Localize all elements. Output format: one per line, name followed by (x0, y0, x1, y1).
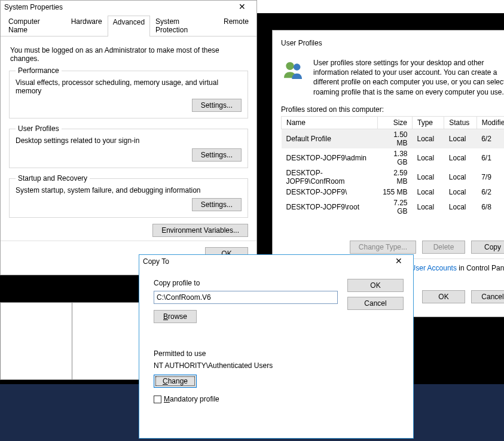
checkbox-icon (154, 396, 161, 403)
close-icon[interactable]: ✕ (230, 1, 254, 14)
permitted-label: Permitted to use (154, 349, 338, 358)
performance-legend: Performance (16, 66, 62, 75)
tab-advanced[interactable]: Advanced (108, 16, 150, 37)
cp-note-suffix: in Control Panel. (457, 264, 504, 272)
table-row[interactable]: DESKTOP-JOPF9\155 MBLocalLocal6/2 (282, 187, 505, 197)
cell-size: 7.25 GB (377, 197, 412, 217)
cell-name: DESKTOP-JOPF9\admin (282, 148, 378, 168)
copyto-cancel-button[interactable]: Cancel (347, 297, 404, 310)
profiles-table[interactable]: Name Size Type Status Modified Default P… (281, 116, 504, 217)
performance-settings-button[interactable]: Settings... (192, 99, 242, 112)
col-modified[interactable]: Modified (476, 116, 504, 129)
cell-size: 2.59 MB (377, 168, 412, 187)
cell-modified: 6/1 (476, 148, 504, 168)
copy-profile-label: Copy profile to (154, 279, 338, 287)
userprof-title: User Profiles (281, 39, 504, 47)
cell-size: 1.38 GB (377, 148, 412, 168)
col-status[interactable]: Status (444, 116, 476, 129)
svg-point-0 (286, 62, 294, 70)
tab-computer-name[interactable]: Computer Name (3, 15, 66, 36)
table-row[interactable]: DESKTOP-JOPF9\root7.25 GBLocalLocal6/8 (282, 197, 505, 217)
cell-type: Local (413, 168, 444, 187)
delete-button[interactable]: Delete (422, 241, 465, 254)
userprofiles-legend: User Profiles (16, 124, 62, 133)
sysprop-tabs: Computer Name Hardware Advanced System P… (1, 15, 256, 37)
user-accounts-link[interactable]: User Accounts (411, 264, 457, 272)
startup-group: Startup and Recovery System startup, sys… (9, 174, 248, 218)
close-icon[interactable]: ✕ (387, 255, 411, 268)
admin-note: You must be logged on as an Administrato… (10, 46, 248, 63)
tab-remote[interactable]: Remote (218, 15, 254, 36)
cell-name: DESKTOP-JOPF9\ConfRoom (282, 168, 378, 187)
userprof-cancel-button[interactable]: Cancel (471, 290, 504, 303)
userprofiles-settings-button[interactable]: Settings... (192, 148, 242, 162)
userprof-ok-button[interactable]: OK (422, 290, 465, 303)
browse-button[interactable]: Browse (154, 310, 197, 323)
copyto-ok-button[interactable]: OK (347, 279, 404, 292)
sysprop-titlebar: System Properties ✕ (1, 1, 256, 14)
copyto-title: Copy To (143, 257, 169, 266)
startup-settings-button[interactable]: Settings... (192, 198, 242, 211)
tab-hardware[interactable]: Hardware (66, 15, 108, 36)
copy-to-dialog: Copy To ✕ Copy profile to Browse Permitt… (139, 254, 414, 439)
cell-status: Local (444, 168, 476, 187)
col-size[interactable]: Size (377, 116, 412, 129)
cell-size: 1.50 MB (377, 129, 412, 148)
performance-desc: Visual effects, processor scheduling, me… (16, 78, 242, 95)
system-properties-window: System Properties ✕ Computer Name Hardwa… (0, 0, 257, 275)
tab-system-protection[interactable]: System Protection (150, 15, 218, 36)
col-type[interactable]: Type (413, 116, 444, 129)
background-window-2 (72, 302, 143, 380)
userprofiles-group: User Profiles Desktop settings related t… (9, 124, 248, 168)
cell-status: Local (444, 197, 476, 217)
copyto-titlebar: Copy To ✕ (139, 255, 413, 268)
startup-desc: System startup, system failure, and debu… (16, 186, 242, 194)
cell-name: DESKTOP-JOPF9\ (282, 187, 378, 197)
cell-modified: 6/2 (476, 187, 504, 197)
startup-legend: Startup and Recovery (16, 174, 90, 183)
cell-modified: 6/2 (476, 129, 504, 148)
cell-type: Local (413, 197, 444, 217)
profiles-list-label: Profiles stored on this computer: (281, 105, 504, 114)
cell-type: Local (413, 187, 444, 197)
table-row[interactable]: DESKTOP-JOPF9\admin1.38 GBLocalLocal6/1 (282, 148, 505, 168)
users-icon (281, 58, 305, 82)
copy-path-input[interactable] (154, 291, 338, 304)
mandatory-profile-checkbox[interactable]: Mandatory profile (154, 395, 219, 403)
cell-status: Local (444, 148, 476, 168)
cell-type: Local (413, 148, 444, 168)
cell-modified: 6/8 (476, 197, 504, 217)
cell-modified: 7/9 (476, 168, 504, 187)
col-name[interactable]: Name (282, 116, 378, 129)
table-row[interactable]: Default Profile1.50 MBLocalLocal6/2 (282, 129, 505, 148)
cell-name: DESKTOP-JOPF9\root (282, 197, 378, 217)
svg-point-1 (294, 63, 301, 71)
permitted-value: NT AUTHORITY\Authenticated Users (154, 361, 338, 370)
env-vars-button[interactable]: Environment Variables... (152, 224, 248, 237)
sysprop-title: System Properties (4, 3, 63, 11)
cell-type: Local (413, 129, 444, 148)
cell-status: Local (444, 187, 476, 197)
copy-button[interactable]: Copy (471, 241, 504, 254)
change-button[interactable]: Change (154, 375, 197, 388)
performance-group: Performance Visual effects, processor sc… (9, 66, 248, 118)
cell-name: Default Profile (282, 129, 378, 148)
userprof-intro: User profiles store settings for your de… (313, 58, 504, 97)
cell-status: Local (444, 129, 476, 148)
userprofiles-desc: Desktop settings related to your sign-in (16, 136, 242, 145)
change-type-button[interactable]: Change Type... (350, 241, 416, 254)
cell-size: 155 MB (377, 187, 412, 197)
table-row[interactable]: DESKTOP-JOPF9\ConfRoom2.59 MBLocalLocal7… (282, 168, 505, 187)
